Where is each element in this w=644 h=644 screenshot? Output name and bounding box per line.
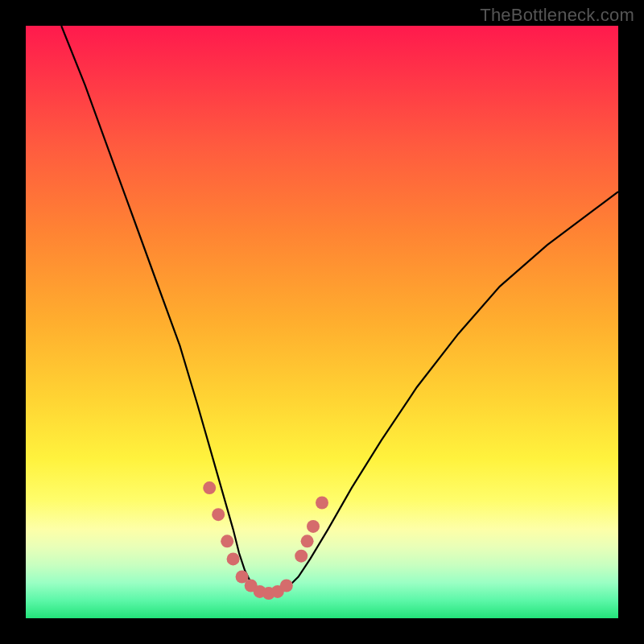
valley-marker: [221, 535, 233, 547]
bottleneck-curve: [61, 26, 618, 595]
valley-marker: [295, 550, 308, 563]
chart-svg: [26, 26, 618, 618]
valley-marker: [307, 520, 320, 533]
valley-marker: [227, 552, 240, 565]
valley-marker: [316, 497, 328, 510]
valley-marker: [203, 481, 216, 494]
chart-frame: TheBottleneck.com: [0, 0, 644, 644]
valley-marker: [280, 580, 293, 592]
watermark-text: TheBottleneck.com: [480, 5, 634, 26]
valley-marker: [212, 508, 225, 521]
chart-plot-area: [26, 26, 618, 618]
valley-markers: [203, 481, 328, 600]
valley-marker: [301, 535, 314, 547]
